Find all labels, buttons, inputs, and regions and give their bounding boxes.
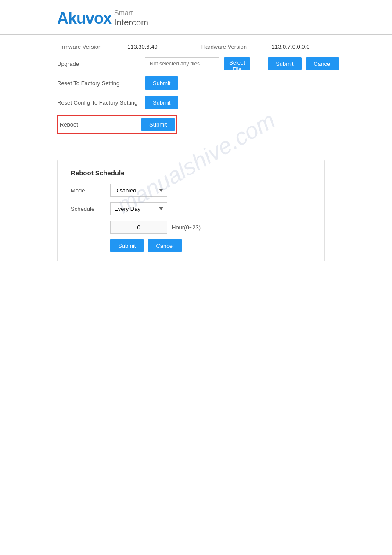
upgrade-submit-button[interactable]: Submit: [268, 57, 301, 70]
reboot-row: Reboot Submit: [57, 115, 177, 134]
firmware-label: Firmware Version: [57, 44, 110, 50]
version-row: Firmware Version 113.30.6.49 Hardware Ve…: [57, 44, 335, 50]
reset-factory-submit-button[interactable]: Submit: [145, 76, 178, 90]
reboot-label: Reboot: [58, 121, 141, 128]
schedule-buttons: Submit Cancel: [110, 239, 311, 252]
schedule-cancel-button[interactable]: Cancel: [148, 239, 181, 252]
hardware-value: 113.0.7.0.0.0.0: [272, 44, 310, 50]
logo-brand: Akuvox: [57, 9, 111, 28]
upgrade-label: Upgrade: [57, 61, 140, 67]
mode-select[interactable]: Disabled Enabled: [110, 184, 167, 197]
logo-smart: Smart: [114, 9, 148, 17]
reboot-submit-button[interactable]: Submit: [141, 118, 175, 131]
hour-row: Hour(0~23): [110, 221, 311, 234]
firmware-value: 113.30.6.49: [127, 44, 158, 50]
hour-input[interactable]: [110, 221, 167, 234]
reset-config-submit-button[interactable]: Submit: [145, 96, 178, 109]
select-file-button[interactable]: Select File: [224, 57, 250, 70]
reset-factory-label: Reset To Factory Setting: [57, 80, 140, 87]
header: Akuvox Smart Intercom: [0, 0, 392, 35]
mode-row: Mode Disabled Enabled: [71, 184, 311, 197]
schedule-row: Schedule Every Day Monday Tuesday Wednes…: [71, 202, 311, 215]
main-content: Firmware Version 113.30.6.49 Hardware Ve…: [0, 44, 392, 261]
reset-factory-row: Reset To Factory Setting Submit: [57, 76, 335, 90]
reboot-schedule-section: Reboot Schedule Mode Disabled Enabled Sc…: [57, 160, 325, 261]
file-input[interactable]: [145, 57, 219, 70]
logo-intercom: Intercom: [114, 17, 148, 28]
schedule-submit-button[interactable]: Submit: [110, 239, 144, 252]
hour-hint: Hour(0~23): [172, 224, 201, 231]
schedule-title: Reboot Schedule: [71, 169, 311, 177]
schedule-label: Schedule: [71, 206, 106, 212]
reset-config-label: Reset Config To Factory Setting: [57, 99, 140, 106]
schedule-select[interactable]: Every Day Monday Tuesday Wednesday Thurs…: [110, 202, 167, 215]
mode-label: Mode: [71, 187, 106, 194]
reset-config-row: Reset Config To Factory Setting Submit: [57, 96, 335, 109]
hardware-label: Hardware Version: [201, 44, 254, 50]
logo-tagline: Smart Intercom: [114, 9, 148, 28]
logo: Akuvox Smart Intercom: [57, 9, 335, 28]
upgrade-row: Upgrade Select File Submit Cancel: [57, 57, 335, 70]
upgrade-cancel-button[interactable]: Cancel: [306, 57, 339, 70]
